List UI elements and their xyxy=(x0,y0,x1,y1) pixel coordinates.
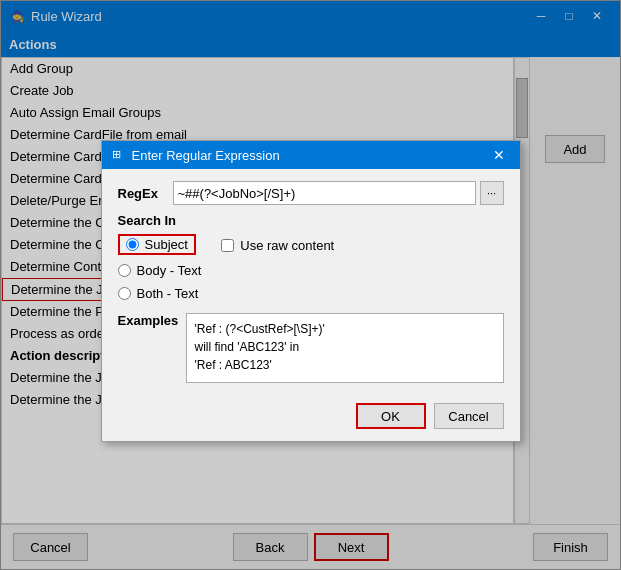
both-radio[interactable] xyxy=(118,287,131,300)
examples-label: Examples xyxy=(118,313,178,328)
modal-title-left: ⊞ Enter Regular Expression xyxy=(112,148,280,163)
modal-icon: ⊞ xyxy=(112,148,126,162)
use-raw-content-label[interactable]: Use raw content xyxy=(240,238,334,253)
subject-highlight-box: Subject xyxy=(118,234,196,255)
search-in-section: Search In Subject Body xyxy=(118,213,504,305)
examples-text: 'Ref : (?<CustRef>[\S]+)' will find 'ABC… xyxy=(195,322,325,372)
use-raw-content-checkbox[interactable] xyxy=(221,239,234,252)
both-radio-row: Both - Text xyxy=(118,286,202,301)
search-options-row: Subject Body - Text Both - Text xyxy=(118,234,504,305)
examples-box: 'Ref : (?<CustRef>[\S]+)' will find 'ABC… xyxy=(186,313,504,383)
regex-input[interactable] xyxy=(173,181,476,205)
subject-radio-row: Subject xyxy=(118,234,202,255)
regex-input-container: ··· xyxy=(173,181,504,205)
regex-menu-button[interactable]: ··· xyxy=(480,181,504,205)
modal-body: RegEx ··· Search In xyxy=(102,169,520,395)
regex-modal: ⊞ Enter Regular Expression ✕ RegEx ··· xyxy=(101,140,521,442)
menu-dots-icon: ··· xyxy=(487,187,496,199)
radio-column: Subject Body - Text Both - Text xyxy=(118,234,202,305)
examples-row: Examples 'Ref : (?<CustRef>[\S]+)' will … xyxy=(118,313,504,383)
close-icon: ✕ xyxy=(493,147,505,163)
modal-footer: OK Cancel xyxy=(102,395,520,441)
modal-cancel-button[interactable]: Cancel xyxy=(434,403,504,429)
regex-label: RegEx xyxy=(118,186,173,201)
modal-title: Enter Regular Expression xyxy=(132,148,280,163)
search-in-label: Search In xyxy=(118,213,504,228)
modal-close-button[interactable]: ✕ xyxy=(488,145,510,165)
body-radio[interactable] xyxy=(118,264,131,277)
modal-overlay: ⊞ Enter Regular Expression ✕ RegEx ··· xyxy=(0,0,621,570)
modal-title-bar: ⊞ Enter Regular Expression ✕ xyxy=(102,141,520,169)
ok-button[interactable]: OK xyxy=(356,403,426,429)
use-raw-content-section: Use raw content xyxy=(221,238,334,253)
body-radio-row: Body - Text xyxy=(118,263,202,278)
both-label[interactable]: Both - Text xyxy=(137,286,199,301)
body-label[interactable]: Body - Text xyxy=(137,263,202,278)
subject-label[interactable]: Subject xyxy=(145,237,188,252)
subject-radio[interactable] xyxy=(126,238,139,251)
regex-row: RegEx ··· xyxy=(118,181,504,205)
